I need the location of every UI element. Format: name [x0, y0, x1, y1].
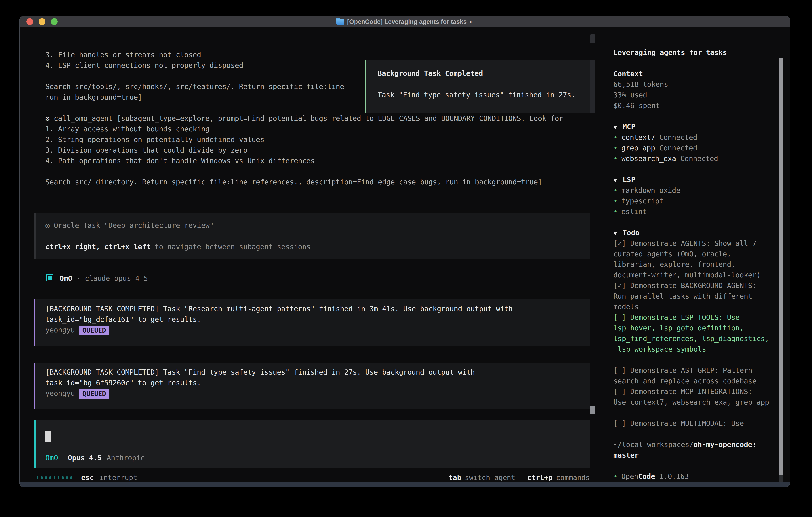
bullet-icon: •	[613, 471, 621, 482]
bullet-icon: •	[613, 206, 621, 217]
lsp-item: •markdown-oxide	[613, 185, 784, 196]
task-meta: yeongyu QUEUED	[46, 325, 109, 335]
folder-icon	[337, 19, 345, 25]
terminal-content: 3. File handles or streams not closed 4.…	[20, 27, 790, 482]
lsp-section-header[interactable]: ▼LSP	[613, 174, 784, 185]
sidebar-scrollbar-track[interactable]	[779, 475, 783, 482]
shortcut-hints: tabswitch agentctrl+pcommands	[448, 472, 590, 482]
todo-item-pending: [ ] Demonstrate MCP INTEGRATIONS: Use co…	[613, 386, 784, 408]
oracle-title: ◎ Oracle Task "Deep architecture review"	[46, 220, 214, 231]
tab-key-label: switch agent	[465, 473, 515, 482]
context-used: 33% used	[613, 90, 784, 100]
task-line1: [BACKGROUND TASK COMPLETED] Task "Find t…	[46, 367, 475, 378]
half-moon-icon: ◐	[469, 18, 473, 25]
text-cursor	[46, 431, 51, 442]
app-window: [OpenCode] Leveraging agents for tasks ◐…	[19, 16, 790, 487]
traffic-lights	[26, 18, 58, 25]
status-badge: QUEUED	[79, 389, 109, 399]
tab-key-hint: tab	[448, 473, 461, 482]
background-task-toast[interactable]: Background Task Completed Task "Find typ…	[365, 60, 593, 113]
lsp-item: •typescript	[613, 196, 784, 206]
context-tokens: 66,518 tokens	[613, 79, 784, 90]
agent-model: claude-opus-4-5	[85, 274, 148, 282]
bullseye-icon: ◎	[46, 221, 50, 229]
prompt-input[interactable]: OmOOpus 4.5Anthropic	[34, 420, 590, 468]
sidebar-scrollbar-thumb[interactable]	[779, 58, 783, 475]
task-line2: task_id="bg_6f59260c" to get results.	[46, 378, 201, 388]
chevron-down-icon: ▼	[613, 175, 622, 185]
bullet-icon: •	[613, 153, 621, 164]
hint-rest: to navigate between subagent sessions	[151, 243, 311, 251]
bullet-icon: •	[613, 143, 621, 153]
working-dots	[37, 472, 72, 482]
oracle-task-card: ◎ Oracle Task "Deep architecture review"…	[34, 213, 590, 259]
status-badge: QUEUED	[79, 326, 109, 335]
sidebar: Leveraging agents for tasks Context 66,5…	[604, 47, 784, 482]
agent-name: OmO	[60, 274, 72, 282]
todo-item-done: [✓] Demonstrate BACKGROUND AGENTS: Run p…	[613, 280, 784, 312]
input-footer: OmOOpus 4.5Anthropic	[46, 453, 145, 463]
esc-key-hint: esc	[81, 472, 94, 482]
maximize-button[interactable]	[51, 18, 58, 25]
mcp-section-header[interactable]: ▼MCP	[613, 121, 784, 132]
chat-line: 4. LSP client connections not properly d…	[46, 60, 243, 71]
chat-line: 4. Path operations that don't handle Win…	[46, 156, 315, 166]
bullet-icon: •	[613, 132, 621, 143]
chevron-down-icon: ▼	[613, 228, 622, 238]
window-bottom-edge	[20, 482, 790, 487]
cmd-key-hint: ctrl+p	[527, 473, 552, 482]
agent-call-line: ⚙ call_omo_agent [subagent_type=explore,…	[46, 113, 563, 124]
chat-line: Search src/ directory. Return specific f…	[46, 177, 542, 187]
mcp-item: •context7 Connected	[613, 132, 784, 143]
task-user: yeongyu	[46, 389, 75, 398]
scrollbar-track[interactable]	[590, 60, 595, 113]
workspace-path: ~/local-workspaces/oh-my-opencode:	[613, 439, 784, 450]
chevron-down-icon: ▼	[613, 122, 622, 132]
cmd-key-label: commands	[556, 473, 590, 482]
mcp-item: •grep_app Connected	[613, 143, 784, 153]
task-line2: task_id="bg_dcfac161" to get results.	[46, 314, 201, 325]
toast-title: Background Task Completed	[378, 68, 483, 79]
background-task-card: [BACKGROUND TASK COMPLETED] Task "Find t…	[34, 363, 590, 409]
window-title: [OpenCode] Leveraging agents for tasks	[347, 18, 467, 25]
esc-key-label: interrupt	[99, 472, 138, 482]
title-bar[interactable]: [OpenCode] Leveraging agents for tasks ◐	[20, 16, 790, 27]
close-button[interactable]	[26, 18, 33, 25]
bullet-icon: •	[613, 196, 621, 206]
git-branch: master	[613, 450, 784, 461]
toast-body: Task "Find type safety issues" finished …	[378, 89, 575, 100]
chat-line: 3. File handles or streams not closed	[46, 50, 201, 60]
todo-section-header[interactable]: ▼Todo	[613, 227, 784, 238]
chat-line: 2. String operations on potentially unde…	[46, 134, 264, 145]
footer-provider: Anthropic	[107, 454, 145, 462]
footer-model: Opus 4.5	[68, 454, 102, 462]
chat-line: 1. Array access without bounds checking	[46, 124, 210, 134]
minimize-button[interactable]	[38, 18, 46, 25]
todo-item-pending: [ ] Demonstrate AST-GREP: Pattern search…	[613, 365, 784, 386]
bullet-icon: •	[613, 185, 621, 196]
session-title: Leveraging agents for tasks	[613, 47, 784, 58]
task-meta: yeongyu QUEUED	[46, 388, 109, 399]
scrollbar-segment[interactable]	[590, 34, 595, 43]
todo-item-active: [ ] Demonstrate LSP TOOLS: Use lsp_hover…	[613, 312, 784, 355]
lsp-item: •eslint	[613, 206, 784, 217]
todo-item-done: [✓] Demonstrate AGENTS: Show all 7 curat…	[613, 238, 784, 280]
scrollbar-thumb[interactable]	[590, 406, 595, 414]
background-task-card: [BACKGROUND TASK COMPLETED] Task "Resear…	[34, 299, 590, 346]
context-spent: $0.46 spent	[613, 100, 784, 111]
chat-line: Search src/tools/, src/hooks/, src/featu…	[46, 81, 344, 92]
todo-item-pending: [ ] Demonstrate MULTIMODAL: Use	[613, 418, 784, 429]
chat-line: run_in_background=true]	[46, 92, 142, 103]
separator-dot: ·	[76, 274, 81, 282]
mcp-item: •websearch_exa Connected	[613, 153, 784, 164]
chat-line: 3. Division operations that could divide…	[46, 145, 248, 156]
task-user: yeongyu	[46, 326, 75, 334]
app-version: •OpenCode 1.0.163	[613, 471, 784, 482]
oracle-hint: ctrl+x right, ctrl+x left to navigate be…	[46, 242, 311, 252]
footer-agent: OmO	[46, 454, 58, 462]
task-line1: [BACKGROUND TASK COMPLETED] Task "Resear…	[46, 304, 513, 314]
gear-icon: ⚙	[46, 114, 50, 123]
context-heading: Context	[613, 69, 784, 79]
agent-avatar-icon	[46, 274, 53, 281]
hint-keys: ctrl+x right, ctrl+x left	[46, 243, 151, 251]
